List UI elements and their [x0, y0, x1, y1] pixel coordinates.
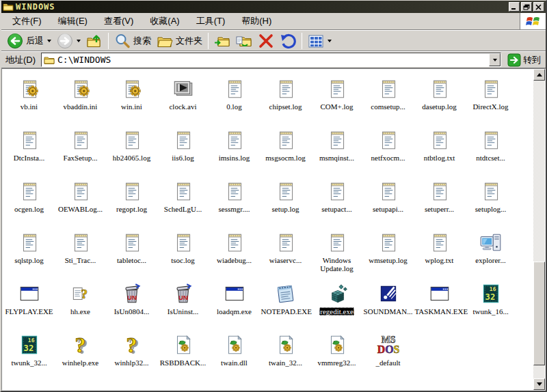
log-file-icon — [325, 128, 349, 152]
file-item[interactable]: SOUNDMAN... — [362, 281, 414, 332]
file-item[interactable]: hb24065.log — [106, 127, 157, 178]
file-item[interactable]: wiadebug... — [209, 229, 260, 281]
file-item[interactable]: setupapi... — [362, 178, 414, 229]
file-item[interactable]: chipset.log — [260, 76, 311, 127]
file-item[interactable]: twain_32... — [260, 332, 311, 383]
file-item[interactable]: MSDOS_default — [362, 332, 414, 383]
address-bar: 地址(D) C:\WINDOWS 转到 — [1, 51, 546, 68]
file-item[interactable]: setup.log — [260, 178, 311, 229]
file-item[interactable]: setuperr... — [414, 178, 465, 229]
file-item[interactable]: regedit.exe — [311, 281, 362, 332]
views-dropdown-icon[interactable] — [328, 40, 332, 42]
file-item[interactable]: sessmgr.... — [209, 178, 260, 229]
file-item[interactable]: 0.log — [209, 76, 260, 127]
log-file-icon — [18, 128, 41, 152]
file-item[interactable]: tsoc.log — [157, 229, 209, 281]
file-item[interactable]: COM+.log — [311, 76, 362, 127]
search-button[interactable]: 搜索 — [111, 31, 154, 51]
back-button[interactable]: 后退 — [4, 31, 54, 51]
delete-button[interactable] — [255, 31, 277, 51]
svg-text:?: ? — [126, 333, 137, 356]
titlebar[interactable]: WINDOWS — [1, 1, 546, 13]
file-item[interactable]: win.ini — [106, 76, 157, 127]
file-item[interactable]: msgsocm.log — [260, 127, 311, 178]
toolbar-separator — [302, 33, 302, 49]
file-item[interactable]: ntdtcset... — [465, 127, 516, 178]
file-item[interactable]: sqlstp.log — [3, 229, 55, 281]
file-item[interactable]: RSBDBACK... — [157, 332, 209, 383]
file-item[interactable]: wplog.txt — [414, 229, 465, 281]
file-item[interactable]: explorer... — [465, 229, 516, 281]
file-item[interactable]: 1632twunk_32... — [3, 332, 55, 383]
move-to-button[interactable] — [211, 31, 233, 51]
file-item[interactable]: vbaddin.ini — [55, 76, 106, 127]
file-item[interactable]: comsetup... — [362, 76, 414, 127]
file-item[interactable]: 1632twunk_16... — [465, 281, 516, 332]
file-item[interactable]: wiaservc... — [260, 229, 311, 281]
file-item[interactable]: loadqm.exe — [209, 281, 260, 332]
close-button[interactable] — [533, 2, 544, 12]
file-item[interactable]: TASKMAN.EXE — [414, 281, 465, 332]
file-item[interactable]: FaxSetup... — [55, 127, 106, 178]
menu-file[interactable]: 文件(F) — [4, 13, 50, 29]
menu-view[interactable]: 查看(V) — [96, 13, 142, 29]
file-item[interactable]: vb.ini — [3, 76, 55, 127]
file-item[interactable]: ocgen.log — [3, 178, 55, 229]
menu-edit[interactable]: 编辑(E) — [50, 13, 96, 29]
address-dropdown-button[interactable] — [489, 53, 501, 66]
scrollbar-thumb[interactable] — [533, 262, 545, 365]
file-item[interactable]: dasetup.log — [414, 76, 465, 127]
file-item[interactable]: Sti_Trac... — [55, 229, 106, 281]
file-item[interactable]: DirectX.log — [465, 76, 516, 127]
file-item[interactable]: vmmreg32... — [311, 332, 362, 383]
menu-tools[interactable]: 工具(T) — [188, 13, 234, 29]
file-item[interactable]: UNIsUninst... — [157, 281, 209, 332]
file-item[interactable]: ??winhlp32... — [106, 332, 157, 383]
menu-help[interactable]: 帮助(H) — [233, 13, 280, 29]
folders-button[interactable]: 文件夹 — [154, 31, 205, 51]
file-item[interactable]: wmsetup.log — [362, 229, 414, 281]
file-item[interactable]: netfxocm... — [362, 127, 414, 178]
file-item[interactable]: ?hh.exe — [55, 281, 106, 332]
address-input[interactable]: C:\WINDOWS — [41, 53, 501, 67]
vertical-scrollbar[interactable] — [533, 69, 545, 390]
file-item[interactable]: clock.avi — [157, 76, 209, 127]
scroll-down-button[interactable] — [533, 378, 545, 390]
file-item[interactable]: SchedLgU... — [157, 178, 209, 229]
file-item[interactable]: msmqinst... — [311, 127, 362, 178]
menu-bar: 文件(F) 编辑(E) 查看(V) 收藏(A) 工具(T) 帮助(H) — [1, 13, 546, 30]
file-item[interactable]: setuplog... — [465, 178, 516, 229]
file-item[interactable]: ??winhelp.exe — [55, 332, 106, 383]
views-grid-icon — [308, 33, 324, 49]
go-button[interactable]: 转到 — [504, 52, 544, 68]
file-item[interactable]: tabletoc... — [106, 229, 157, 281]
views-button[interactable] — [305, 31, 334, 51]
file-item[interactable]: OEWABLog... — [55, 178, 106, 229]
forward-dropdown-icon[interactable] — [77, 40, 81, 42]
minimize-button[interactable] — [509, 2, 520, 12]
file-list-area[interactable]: vb.inivbaddin.iniwin.iniclock.avi0.logch… — [1, 68, 546, 391]
file-item[interactable]: NOTEPAD.EXE — [260, 281, 311, 332]
up-button[interactable] — [83, 31, 105, 51]
restore-button[interactable] — [521, 2, 532, 12]
arrow-down-icon — [537, 382, 542, 386]
file-item[interactable]: Windows Update.log — [311, 229, 362, 281]
copy-to-button[interactable] — [233, 31, 255, 51]
file-item[interactable]: regopt.log — [106, 178, 157, 229]
file-item[interactable]: DtcInsta... — [3, 127, 55, 178]
scroll-up-button[interactable] — [533, 69, 545, 81]
log-file-icon — [172, 180, 195, 203]
file-item[interactable]: UNIsUn0804... — [106, 281, 157, 332]
svg-text:32: 32 — [23, 344, 34, 353]
file-label: chipset.log — [269, 102, 303, 111]
file-item[interactable]: iis6.log — [157, 127, 209, 178]
file-item[interactable]: twain.dll — [209, 332, 260, 383]
back-dropdown-icon[interactable] — [47, 40, 51, 42]
undo-button[interactable] — [277, 31, 299, 51]
file-item[interactable]: setupact... — [311, 178, 362, 229]
menu-favorites[interactable]: 收藏(A) — [142, 13, 187, 29]
file-item[interactable]: ntbtlog.txt — [414, 127, 465, 178]
file-item[interactable]: FLYPLAY.EXE — [3, 281, 55, 332]
forward-button[interactable] — [54, 31, 83, 51]
file-item[interactable]: imsins.log — [209, 127, 260, 178]
